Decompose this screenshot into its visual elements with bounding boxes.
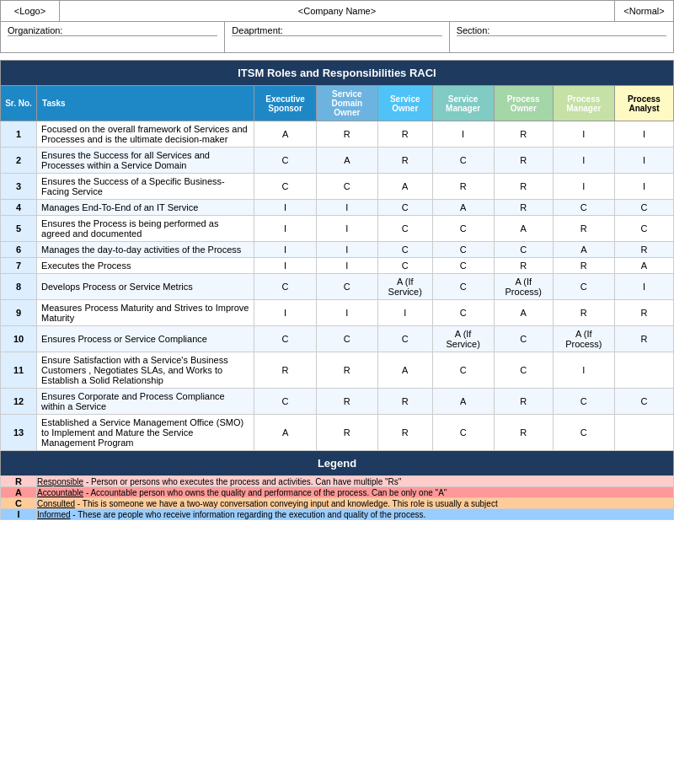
- sr-cell: 6: [1, 242, 37, 258]
- raci-cell-es: I: [254, 216, 316, 242]
- section-label: Section:: [457, 25, 490, 35]
- task-cell: Established a Service Management Office …: [37, 415, 254, 451]
- legend-c-label: Consulted: [37, 499, 75, 508]
- raci-cell-sm: A: [432, 200, 494, 216]
- legend-a-label: Accountable: [37, 488, 83, 497]
- raci-cell-po: A: [494, 216, 553, 242]
- col-sdo: Service Domain Owner: [316, 86, 377, 121]
- org-value[interactable]: [8, 35, 217, 49]
- raci-cell-es: A: [254, 415, 316, 451]
- raci-cell-so: A: [377, 352, 432, 389]
- raci-cell-pm: I: [553, 148, 614, 174]
- dept-cell: Deaprtment:: [225, 22, 449, 52]
- raci-cell-po: C: [494, 242, 553, 258]
- sr-cell: 7: [1, 258, 37, 274]
- col-so: Service Owner: [377, 86, 432, 121]
- raci-cell-sdo: R: [316, 415, 377, 451]
- sr-cell: 9: [1, 300, 37, 326]
- raci-cell-po: R: [494, 389, 553, 415]
- raci-cell-pa: R: [614, 300, 673, 326]
- col-exec-sponsor: Executive Sponsor: [254, 86, 316, 121]
- col-po: Process Owner: [494, 86, 553, 121]
- raci-cell-es: C: [254, 274, 316, 300]
- raci-cell-pa: [614, 415, 673, 451]
- raci-cell-sm: C: [432, 242, 494, 258]
- dept-value[interactable]: [232, 35, 441, 49]
- org-label: Organization:: [8, 25, 62, 35]
- raci-cell-sdo: I: [316, 242, 377, 258]
- raci-cell-sdo: I: [316, 300, 377, 326]
- raci-cell-es: I: [254, 258, 316, 274]
- raci-cell-so: R: [377, 389, 432, 415]
- raci-cell-pa: R: [614, 326, 673, 352]
- table-row: 7Executes the ProcessIICCRRA: [1, 258, 674, 274]
- mode: <Normal>: [614, 1, 673, 21]
- raci-cell-pa: [614, 352, 673, 389]
- raci-cell-es: C: [254, 326, 316, 352]
- task-cell: Manages End-To-End of an IT Service: [37, 200, 254, 216]
- raci-cell-pm: I: [553, 121, 614, 148]
- col-sm: Service Manager: [432, 86, 494, 121]
- raci-cell-pa: C: [614, 200, 673, 216]
- raci-cell-sm: A: [432, 389, 494, 415]
- raci-cell-so: A: [377, 174, 432, 200]
- raci-cell-pa: I: [614, 121, 673, 148]
- raci-cell-po: R: [494, 174, 553, 200]
- raci-cell-sdo: I: [316, 216, 377, 242]
- title-row: ITSM Roles and Responsibilities RACI: [1, 61, 674, 86]
- section-value[interactable]: [457, 35, 666, 49]
- raci-cell-sm: R: [432, 174, 494, 200]
- sr-cell: 11: [1, 352, 37, 389]
- raci-cell-sm: C: [432, 216, 494, 242]
- raci-cell-sm: I: [432, 121, 494, 148]
- task-cell: Ensure Satisfaction with a Service's Bus…: [37, 352, 254, 389]
- raci-cell-es: A: [254, 121, 316, 148]
- legend-c-row: C Consulted - This is someone we have a …: [1, 498, 674, 509]
- task-cell: Measures Process Maturity and Strives to…: [37, 300, 254, 326]
- raci-cell-po: R: [494, 200, 553, 216]
- task-cell: Ensures the Success of a Specific Busine…: [37, 174, 254, 200]
- legend-title-row: Legend: [1, 451, 674, 476]
- raci-cell-sdo: A: [316, 148, 377, 174]
- raci-cell-sm: A (If Service): [432, 326, 494, 352]
- raci-cell-so: C: [377, 242, 432, 258]
- raci-cell-pm: I: [553, 174, 614, 200]
- legend-a-letter: A: [1, 487, 37, 498]
- raci-cell-sm: C: [432, 274, 494, 300]
- raci-cell-sm: C: [432, 300, 494, 326]
- table-row: 3Ensures the Success of a Specific Busin…: [1, 174, 674, 200]
- raci-cell-sdo: C: [316, 326, 377, 352]
- task-cell: Manages the day-to-day activities of the…: [37, 242, 254, 258]
- raci-cell-pm: C: [553, 389, 614, 415]
- sr-cell: 10: [1, 326, 37, 352]
- sr-cell: 8: [1, 274, 37, 300]
- task-cell: Executes the Process: [37, 258, 254, 274]
- col-pm: Process Manager: [553, 86, 614, 121]
- raci-cell-es: I: [254, 300, 316, 326]
- sr-cell: 3: [1, 174, 37, 200]
- raci-cell-sdo: R: [316, 352, 377, 389]
- header-row: Sr. No. Tasks Executive Sponsor Service …: [1, 86, 674, 121]
- table-row: 1Focused on the overall framework of Ser…: [1, 121, 674, 148]
- raci-cell-pm: A: [553, 242, 614, 258]
- header-bar: <Logo> <Company Name> <Normal>: [0, 0, 674, 22]
- raci-cell-pa: I: [614, 174, 673, 200]
- raci-cell-pm: C: [553, 274, 614, 300]
- raci-cell-so: C: [377, 200, 432, 216]
- table-row: 6Manages the day-to-day activities of th…: [1, 242, 674, 258]
- legend-a-row: A Accountable - Accountable person who o…: [1, 487, 674, 498]
- raci-cell-pm: C: [553, 200, 614, 216]
- raci-cell-sdo: C: [316, 274, 377, 300]
- table-row: 5Ensures the Process is being performed …: [1, 216, 674, 242]
- raci-cell-po: A (If Process): [494, 274, 553, 300]
- logo: <Logo>: [1, 1, 60, 21]
- raci-cell-sdo: I: [316, 200, 377, 216]
- raci-cell-pm: R: [553, 258, 614, 274]
- raci-cell-pm: R: [553, 216, 614, 242]
- raci-cell-sm: C: [432, 148, 494, 174]
- table-row: 4Manages End-To-End of an IT ServiceIICA…: [1, 200, 674, 216]
- raci-cell-sm: C: [432, 415, 494, 451]
- raci-cell-po: C: [494, 352, 553, 389]
- raci-cell-pm: C: [553, 415, 614, 451]
- raci-cell-so: R: [377, 121, 432, 148]
